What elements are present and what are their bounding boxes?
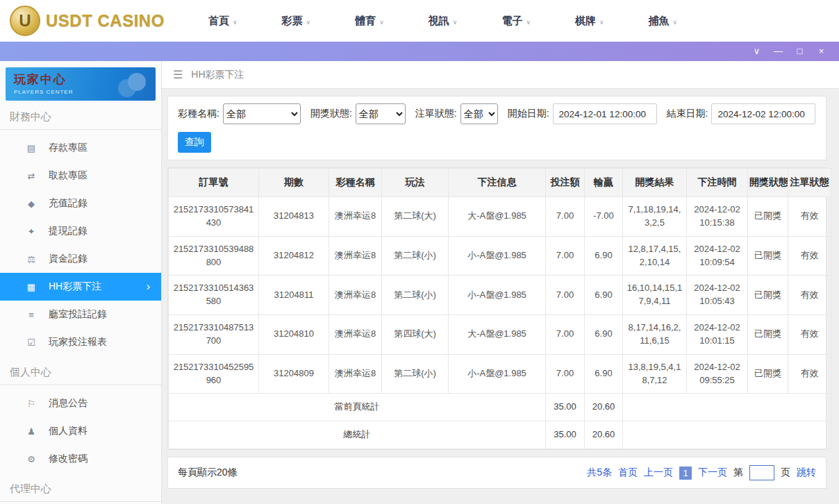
menu-icon[interactable]: ☰ — [173, 68, 183, 81]
nav-item-video[interactable]: 視訊∨ — [406, 0, 480, 42]
content-area: 玩家中心 PLAYERS CENTER 財務中心▤存款專區⇄取款專區◆充值記錄✦… — [0, 61, 839, 504]
withdraw-icon: ⇄ — [25, 171, 38, 181]
lottery-filter-label: 彩種名稱: — [178, 108, 219, 120]
column-header: 玩法 — [382, 169, 449, 197]
column-header: 彩種名稱 — [329, 169, 382, 197]
order-status-select[interactable]: 全部 — [460, 103, 498, 124]
column-header: 輸贏 — [585, 169, 623, 197]
maximize-button[interactable]: □ — [789, 42, 811, 61]
jump-page-input[interactable] — [749, 465, 774, 480]
nav-item-lottery[interactable]: 彩票∨ — [260, 0, 333, 42]
lottery-bets-icon: ▦ — [25, 282, 38, 292]
chevron-down-icon: ∨ — [233, 19, 238, 26]
sidebar-item-label: 廳室投註記錄 — [49, 308, 107, 321]
table-row: 215217331048751370031204810澳洲幸运8第四球(大)大-… — [169, 315, 831, 355]
cell-draw-result: 13,8,19,5,4,18,7,12 — [623, 354, 687, 394]
funds-record-icon: ⚖ — [25, 254, 38, 264]
sidebar-item-announcements[interactable]: ⚐消息公告 — [0, 389, 161, 417]
sidebar-item-player-bet-report[interactable]: ☑玩家投注報表 — [0, 328, 161, 356]
cell-draw-result: 7,1,18,19,14,3,2,5 — [623, 197, 687, 237]
cell-order-no: 2152173310514363580 — [169, 276, 259, 315]
cell-bet-amount: 7.00 — [546, 315, 585, 355]
collapse-button[interactable]: ∨ — [746, 42, 767, 61]
summary-win-loss: 20.60 — [585, 421, 623, 449]
summary-bet-amount: 35.00 — [546, 421, 585, 449]
cell-bet-info: 大-A盤@1.985 — [449, 197, 546, 237]
column-header: 訂單號 — [169, 169, 259, 197]
lottery-select[interactable]: 全部 — [223, 103, 301, 124]
end-date-label: 結束日期: — [667, 108, 708, 120]
sidebar-item-profile[interactable]: ♟個人資料 — [0, 417, 161, 445]
hall-bet-records-icon: ≡ — [25, 310, 38, 320]
current-page[interactable]: 1 — [679, 467, 692, 480]
cell-play: 第二球(大) — [382, 197, 449, 237]
cell-lottery: 澳洲幸运8 — [329, 354, 382, 394]
summary-win-loss: 20.60 — [585, 394, 623, 421]
cell-period: 31204809 — [259, 354, 329, 394]
bell-icon: ⚐ — [25, 398, 38, 409]
sidebar-item-change-password[interactable]: ⚙修改密碼 — [0, 445, 161, 473]
logo[interactable]: U USDT CASINO — [0, 6, 175, 36]
sidebar-item-recharge-record[interactable]: ◆充值記錄 — [0, 190, 161, 217]
nav-item-label: 彩票 — [282, 15, 303, 28]
logo-icon: U — [10, 6, 40, 36]
next-page-link[interactable]: 下一页 — [698, 467, 727, 479]
cell-order-no: 2152173310452595960 — [169, 354, 259, 394]
cell-bet-time: 2024-12-02 10:05:43 — [687, 276, 748, 315]
cell-draw-result: 12,8,17,4,15,2,10,14 — [623, 236, 687, 276]
cell-order-status: 有效 — [788, 354, 831, 394]
nav-item-fishing[interactable]: 捕魚∨ — [626, 0, 700, 42]
cell-lottery: 澳洲幸运8 — [329, 236, 382, 276]
cell-bet-info: 小-A盤@1.985 — [449, 354, 546, 394]
column-header: 下注信息 — [449, 169, 546, 197]
start-date-input[interactable] — [553, 103, 657, 124]
bets-table: 訂單號期數彩種名稱玩法下注信息投注額輸贏開獎結果下注時間開獎狀態注單狀態2152… — [168, 168, 831, 449]
sidebar-item-hh-lottery-bets[interactable]: ▦HH彩票下注› — [0, 273, 161, 301]
jump-suffix: 页 — [781, 467, 790, 479]
prev-page-link[interactable]: 上一页 — [644, 467, 673, 479]
nav-item-label: 首頁 — [208, 15, 229, 28]
nav-item-label: 視訊 — [429, 15, 449, 28]
sidebar-item-hall-bet-records[interactable]: ≡廳室投註記錄 — [0, 301, 161, 328]
sidebar-item-withdraw[interactable]: ⇄取款專區 — [0, 162, 161, 190]
cell-draw-status: 已開獎 — [748, 236, 788, 276]
jump-button[interactable]: 跳转 — [797, 467, 816, 479]
sidebar-section-finance: 財務中心 — [0, 101, 161, 130]
user-icon: ♟ — [25, 426, 38, 437]
sidebar-item-cashout-record[interactable]: ✦提現記錄 — [0, 217, 161, 245]
nav-item-chess[interactable]: 棋牌∨ — [553, 0, 626, 42]
cell-bet-amount: 7.00 — [546, 354, 585, 394]
cell-draw-status: 已開獎 — [748, 315, 788, 355]
sidebar-section-agent: 代理中心 — [0, 473, 161, 502]
end-date-input[interactable] — [711, 103, 815, 124]
close-button[interactable]: × — [811, 42, 832, 61]
sidebar-item-funds-record[interactable]: ⚖資金記錄 — [0, 245, 161, 273]
sidebar-section-personal: 個人中心 — [0, 356, 161, 385]
first-page-link[interactable]: 首页 — [618, 467, 638, 479]
cell-draw-status: 已開獎 — [748, 276, 788, 315]
jump-prefix: 第 — [733, 467, 743, 479]
nav-item-label: 體育 — [355, 15, 376, 28]
nav-item-label: 棋牌 — [575, 15, 596, 28]
sidebar-item-deposit[interactable]: ▤存款專區 — [0, 134, 161, 162]
nav-item-home[interactable]: 首頁∨ — [186, 0, 260, 42]
cell-period: 31204810 — [259, 315, 329, 355]
sidebar-sections: 財務中心▤存款專區⇄取款專區◆充值記錄✦提現記錄⚖資金記錄▦HH彩票下注›≡廳室… — [0, 101, 161, 502]
cell-order-no: 2152173310487513700 — [169, 315, 259, 355]
draw-status-select[interactable]: 全部 — [356, 103, 406, 124]
sidebar-subtitle: PLAYERS CENTER — [14, 89, 147, 95]
minimize-button[interactable]: — — [767, 42, 789, 61]
table-header-row: 訂單號期數彩種名稱玩法下注信息投注額輸贏開獎結果下注時間開獎狀態注單狀態 — [169, 169, 831, 197]
nav-item-label: 捕魚 — [649, 15, 670, 28]
cell-win-loss: 6.90 — [585, 315, 623, 355]
search-button[interactable]: 查詢 — [178, 132, 211, 153]
player-bet-report-icon: ☑ — [25, 337, 38, 348]
cell-order-status: 有效 — [788, 276, 831, 315]
summary-empty — [623, 394, 831, 421]
order-status-filter-label: 注單狀態: — [415, 108, 457, 120]
pager: 共5条 首页 上一页 1 下一页 第 页 跳转 — [587, 465, 816, 480]
nav-item-sports[interactable]: 體育∨ — [333, 0, 406, 42]
nav-item-slots[interactable]: 電子∨ — [479, 0, 553, 42]
sidebar-item-label: HH彩票下注 — [49, 280, 101, 293]
start-date-group: 開始日期: — [508, 103, 657, 124]
